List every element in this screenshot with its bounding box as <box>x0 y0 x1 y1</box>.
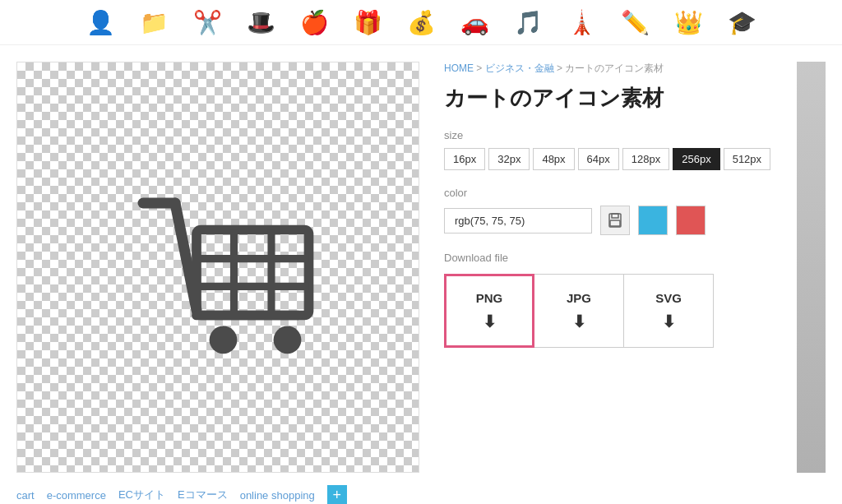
color-row <box>444 206 797 235</box>
breadcrumb-sep1: > <box>476 62 484 74</box>
svg-point-10 <box>274 326 302 354</box>
color-section: color <box>444 187 797 235</box>
color-swatch-red[interactable] <box>676 206 706 235</box>
download-svg-button[interactable]: SVG ⬇ <box>623 274 714 348</box>
download-icon-svg: ⬇ <box>662 312 676 331</box>
breadcrumb-category[interactable]: ビジネス・金融 <box>485 62 554 74</box>
icon-apple[interactable]: 🍎 <box>300 9 329 36</box>
icon-folder[interactable]: 📁 <box>140 9 169 36</box>
icon-person[interactable]: 👤 <box>86 9 115 36</box>
right-panel <box>797 62 826 473</box>
breadcrumb: HOME > ビジネス・金融 > カートのアイコン素材 <box>444 62 797 76</box>
download-label: Download file <box>444 252 797 264</box>
cart-icon-preview <box>111 160 325 374</box>
tag-ecommerce-jp[interactable]: Eコマース <box>178 488 228 502</box>
preview-panel <box>16 62 419 473</box>
breadcrumb-sep2: > <box>557 62 565 74</box>
svg-point-9 <box>210 326 238 354</box>
icon-car[interactable]: 🚗 <box>460 9 489 36</box>
tag-cart[interactable]: cart <box>16 489 35 502</box>
icon-music[interactable]: 🎵 <box>514 9 543 36</box>
right-side-image <box>797 62 826 473</box>
icon-hat[interactable]: 🎩 <box>247 9 275 36</box>
tags-row: cart e-commerce ECサイト Eコマース online shopp… <box>0 473 842 504</box>
size-btn-512px[interactable]: 512px <box>724 148 770 170</box>
breadcrumb-current: カートのアイコン素材 <box>565 62 664 74</box>
main-content: HOME > ビジネス・金融 > カートのアイコン素材 カートのアイコン素材 s… <box>0 45 842 473</box>
size-btn-128px[interactable]: 128px <box>622 148 669 170</box>
download-icon-jpg: ⬇ <box>572 312 586 331</box>
color-swatch-blue[interactable] <box>638 206 668 235</box>
icon-money[interactable]: 💰 <box>407 9 436 36</box>
add-tag-button[interactable]: + <box>327 485 347 504</box>
icon-scissors[interactable]: ✂️ <box>193 9 222 36</box>
icon-lighthouse[interactable]: 🗼 <box>567 9 596 36</box>
svg-rect-2 <box>197 230 309 316</box>
save-color-button[interactable] <box>600 206 630 235</box>
svg-rect-13 <box>610 220 620 226</box>
page-title: カートのアイコン素材 <box>444 84 797 113</box>
download-section: Download file PNG ⬇ JPG ⬇ SVG ⬇ <box>444 252 797 348</box>
icon-crown[interactable]: 👑 <box>674 9 703 36</box>
svg-rect-12 <box>612 214 618 218</box>
icon-graduation[interactable]: 🎓 <box>728 9 756 36</box>
save-icon <box>608 213 622 228</box>
size-buttons: 16px 32px 48px 64px 128px 256px 512px <box>444 148 797 170</box>
size-btn-16px[interactable]: 16px <box>444 148 485 170</box>
icon-gift[interactable]: 🎁 <box>354 9 382 36</box>
download-jpg-button[interactable]: JPG ⬇ <box>534 274 624 348</box>
tag-online-shopping[interactable]: online shopping <box>240 489 315 502</box>
icon-pencil[interactable]: ✏️ <box>621 9 650 36</box>
jpg-label: JPG <box>567 291 591 305</box>
color-label: color <box>444 187 797 199</box>
tag-ecommerce[interactable]: e-commerce <box>47 489 106 502</box>
color-input[interactable] <box>444 208 592 234</box>
download-buttons: PNG ⬇ JPG ⬇ SVG ⬇ <box>444 274 797 348</box>
png-label: PNG <box>476 291 503 305</box>
top-icon-bar: 👤 📁 ✂️ 🎩 🍎 🎁 💰 🚗 🎵 🗼 ✏️ 👑 🎓 <box>0 0 842 45</box>
download-icon-png: ⬇ <box>483 312 497 331</box>
size-btn-256px[interactable]: 256px <box>673 148 719 170</box>
svg-label: SVG <box>655 291 682 305</box>
size-label: size <box>444 129 797 141</box>
download-png-button[interactable]: PNG ⬇ <box>444 274 534 348</box>
size-btn-48px[interactable]: 48px <box>533 148 574 170</box>
info-panel: HOME > ビジネス・金融 > カートのアイコン素材 カートのアイコン素材 s… <box>419 62 797 473</box>
breadcrumb-home[interactable]: HOME <box>444 62 474 74</box>
size-btn-32px[interactable]: 32px <box>488 148 530 170</box>
size-btn-64px[interactable]: 64px <box>578 148 619 170</box>
tag-ecsite[interactable]: ECサイト <box>118 488 165 502</box>
